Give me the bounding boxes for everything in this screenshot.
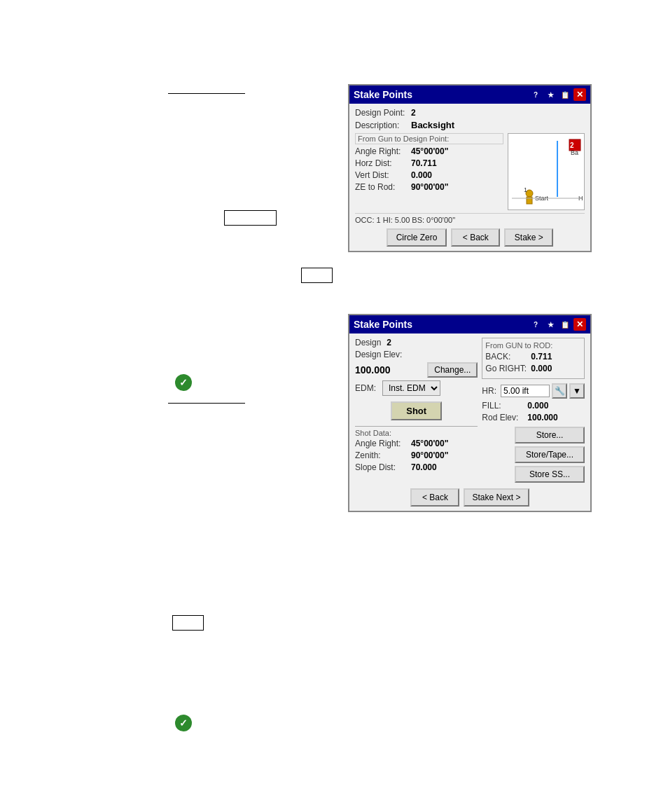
horz-dist-value: 70.711	[411, 158, 437, 168]
stake-points-dialog-1: Stake Points ? ★ 📋 ✕ Design Point: 2 Des…	[348, 84, 592, 252]
ze-to-rod-row: ZE to Rod: 90°00'00"	[355, 182, 503, 192]
shot-angle-right-value: 45°00'00"	[411, 439, 448, 448]
stake-button[interactable]: Stake >	[504, 228, 553, 247]
store-button[interactable]: Store...	[515, 427, 585, 443]
go-right-row: Go RIGHT: 0.000	[485, 364, 581, 373]
ze-to-rod-label: ZE to Rod:	[355, 182, 411, 192]
shot-button[interactable]: Shot	[391, 401, 442, 420]
copy-icon[interactable]: 📋	[559, 88, 571, 101]
rod-elev-value: 100.000	[527, 413, 557, 422]
decorative-hline-1	[168, 93, 245, 94]
design-elev-value: 100.000	[355, 364, 423, 376]
edm-row: EDM: Inst. EDM	[355, 380, 478, 396]
help-icon[interactable]: ?	[529, 88, 542, 101]
store-ss-button[interactable]: Store SS...	[515, 466, 585, 483]
hr-input[interactable]	[501, 385, 550, 397]
dialog2-copy-icon[interactable]: 📋	[559, 318, 571, 331]
fill-value: 0.000	[527, 401, 548, 411]
edm-label: EDM:	[355, 383, 380, 393]
design-point-label: Design Point:	[355, 108, 411, 118]
design-value-2: 2	[387, 338, 391, 347]
from-gun-rod-box: From GUN to ROD: BACK: 0.711 Go RIGHT: 0…	[482, 338, 585, 379]
design-label-2: Design	[355, 338, 381, 347]
hr-label: HR:	[482, 386, 496, 396]
go-right-value: 0.000	[531, 364, 552, 373]
checkmark-1: ✓	[175, 374, 192, 391]
decorative-rect-1	[224, 210, 277, 226]
description-label: Description:	[355, 121, 411, 130]
dialog2-star-icon[interactable]: ★	[544, 318, 557, 331]
horz-dist-row: Horz Dist: 70.711	[355, 158, 503, 168]
vert-dist-row: Vert Dist: 0.000	[355, 170, 503, 180]
dialog1-btn-row: Circle Zero < Back Stake >	[355, 228, 585, 247]
dialog2-close-icon[interactable]: ✕	[573, 318, 586, 331]
design-elev-label: Design Elev:	[355, 350, 402, 359]
shot-data-section: Shot Data: Angle Right: 45°00'00" Zenith…	[355, 426, 478, 472]
circle-zero-button[interactable]: Circle Zero	[387, 228, 447, 247]
rod-elev-row: Rod Elev: 100.000	[482, 413, 585, 422]
store-tape-button[interactable]: Store/Tape...	[515, 446, 585, 463]
dialog2-title: Stake Points	[354, 319, 412, 330]
dialog2-titlebar-left: Stake Points	[354, 319, 412, 330]
back-value: 0.711	[531, 352, 552, 362]
dialog2-body: Design 2 Design Elev: 100.000 Change... …	[349, 333, 590, 511]
back-button-2[interactable]: < Back	[410, 488, 459, 507]
design-point-value: 2	[411, 108, 416, 118]
hr-row: HR: 🔧 ▼	[482, 383, 585, 399]
slope-dist-label: Slope Dist:	[355, 462, 411, 472]
horz-dist-label: Horz Dist:	[355, 158, 411, 168]
angle-right-value: 45°00'00"	[411, 146, 448, 156]
rod-elev-label: Rod Elev:	[482, 413, 527, 422]
description-value: Backsight	[411, 120, 454, 130]
shot-data-label: Shot Data:	[355, 429, 478, 437]
slope-dist-value: 70.000	[411, 462, 437, 472]
occ-bar: OCC: 1 HI: 5.00 BS: 0°00'00"	[355, 213, 585, 224]
hr-dropdown-btn[interactable]: ▼	[569, 383, 585, 399]
stake-points-dialog-2: Stake Points ? ★ 📋 ✕ Design 2 Design Ele…	[348, 314, 592, 512]
description-row: Description: Backsight	[355, 120, 585, 130]
dialog2-titlebar: Stake Points ? ★ 📋 ✕	[349, 315, 590, 333]
stake-next-button[interactable]: Stake Next >	[464, 488, 529, 507]
change-button[interactable]: Change...	[427, 362, 478, 378]
svg-text:Ba: Ba	[571, 149, 578, 156]
from-gun-rod-label: From GUN to ROD:	[485, 341, 581, 350]
dialog1-title: Stake Points	[354, 89, 412, 100]
viewport: 2 Ba 1 Start H	[508, 133, 585, 210]
viewport-svg: 2 Ba 1 Start H	[508, 134, 585, 210]
zenith-row: Zenith: 90°00'00"	[355, 450, 478, 460]
decorative-rect-2	[301, 268, 333, 283]
dialog2-btn-row: < Back Stake Next >	[355, 488, 585, 507]
close-icon[interactable]: ✕	[573, 88, 586, 101]
decorative-rect-3	[172, 615, 204, 631]
zenith-label: Zenith:	[355, 450, 411, 460]
back-label: BACK:	[485, 352, 531, 362]
shot-angle-right-row: Angle Right: 45°00'00"	[355, 439, 478, 448]
ze-to-rod-value: 90°00'00"	[411, 182, 448, 192]
shot-angle-right-label: Angle Right:	[355, 439, 411, 448]
vert-dist-label: Vert Dist:	[355, 170, 411, 180]
from-gun-header: From Gun to Design Point:	[355, 133, 503, 144]
dialog1-body: Design Point: 2 Description: Backsight F…	[349, 104, 590, 251]
decorative-hline-2	[168, 403, 245, 404]
back-button-1[interactable]: < Back	[451, 228, 500, 247]
star-icon[interactable]: ★	[544, 88, 557, 101]
back-row: BACK: 0.711	[485, 352, 581, 362]
vert-dist-value: 0.000	[411, 170, 432, 180]
dialog2-help-icon[interactable]: ?	[529, 318, 542, 331]
dialog1-titlebar-left: Stake Points	[354, 89, 412, 100]
zenith-value: 90°00'00"	[411, 450, 448, 460]
fill-row: FILL: 0.000	[482, 401, 585, 411]
design-point-row: Design Point: 2	[355, 108, 585, 118]
angle-right-row: Angle Right: 45°00'00"	[355, 146, 503, 156]
go-right-label: Go RIGHT:	[485, 364, 531, 373]
slope-dist-row: Slope Dist: 70.000	[355, 462, 478, 472]
side-buttons: Store... Store/Tape... Store SS...	[482, 427, 585, 483]
fill-label: FILL:	[482, 401, 527, 411]
edm-select[interactable]: Inst. EDM	[382, 380, 440, 396]
dialog1-titlebar: Stake Points ? ★ 📋 ✕	[349, 85, 590, 104]
angle-right-label: Angle Right:	[355, 146, 411, 156]
svg-text:2: 2	[570, 142, 574, 149]
hr-icon-btn[interactable]: 🔧	[552, 383, 567, 399]
checkmark-2: ✓	[175, 715, 192, 731]
svg-text:1: 1	[524, 186, 527, 193]
